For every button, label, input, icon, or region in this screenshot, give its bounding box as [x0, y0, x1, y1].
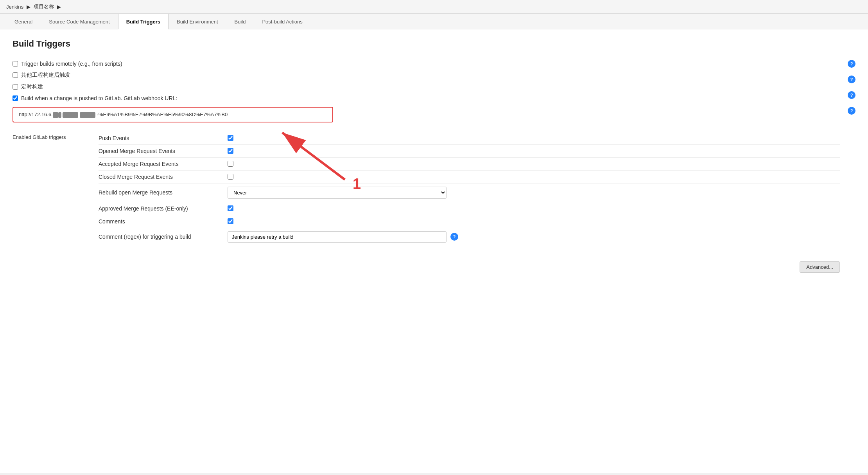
- trigger-row-comments: Comments: [99, 215, 840, 228]
- trigger-row-opened-merge: Opened Merge Request Events: [99, 145, 840, 158]
- trigger-comment-regex-label: Comment (regex) for triggering a build: [99, 234, 224, 240]
- checkbox-remote-label: Trigger builds remotely (e.g., from scri…: [21, 61, 122, 67]
- breadcrumb-project[interactable]: 项目名称: [34, 3, 54, 10]
- tab-post-build[interactable]: Post-build Actions: [254, 14, 310, 29]
- breadcrumb-bar: Jenkins ▶ 项目名称 ▶: [0, 0, 868, 14]
- webhook-url-box: http://172.16.6. -%E9%A1%B9%E7%9B%AE%E5%…: [13, 107, 333, 122]
- comment-regex-input[interactable]: [228, 231, 447, 243]
- tab-bar: General Source Code Management Build Tri…: [0, 14, 868, 29]
- checkbox-timed-label: 定时构建: [21, 83, 43, 90]
- webhook-url-text: http://172.16.6. -%E9%A1%B9%E7%9B%AE%E5%…: [19, 112, 228, 117]
- checkbox-timed[interactable]: [13, 84, 18, 90]
- tab-general[interactable]: General: [6, 14, 41, 29]
- checkbox-row-remote: Trigger builds remotely (e.g., from scri…: [13, 58, 840, 69]
- comment-regex-help-icon[interactable]: ?: [450, 233, 458, 241]
- trigger-comments-label: Comments: [99, 218, 224, 225]
- trigger-row-closed-merge: Closed Merge Request Events: [99, 171, 840, 184]
- checkbox-push-events[interactable]: [228, 135, 233, 141]
- help-icon-2[interactable]: ?: [848, 76, 855, 83]
- main-content: Build Triggers Trigger builds remotely (…: [0, 29, 868, 473]
- trigger-row-rebuild: Rebuild open Merge Requests Never On pus…: [99, 184, 840, 202]
- checkbox-remote[interactable]: [13, 61, 18, 67]
- advanced-button[interactable]: Advanced...: [800, 261, 840, 273]
- breadcrumb-separator-1: ▶: [27, 4, 30, 10]
- checkbox-gitlab-label: Build when a change is pushed to GitLab.…: [21, 95, 177, 101]
- trigger-approved-merge-label: Approved Merge Requests (EE-only): [99, 205, 224, 212]
- checkbox-other-project[interactable]: [13, 72, 18, 78]
- trigger-row-comment-regex: Comment (regex) for triggering a build ?: [99, 228, 840, 246]
- help-icons-column: ? ? ? ?: [840, 58, 855, 115]
- tab-build[interactable]: Build: [226, 14, 254, 29]
- trigger-accepted-merge-label: Accepted Merge Request Events: [99, 161, 224, 167]
- checkbox-comments[interactable]: [228, 218, 233, 224]
- checkbox-opened-merge[interactable]: [228, 148, 233, 154]
- checkbox-row-timed: 定时构建: [13, 81, 840, 93]
- tab-source-code[interactable]: Source Code Management: [41, 14, 118, 29]
- rebuild-select[interactable]: Never On push to source branch On push t…: [228, 187, 447, 199]
- trigger-opened-merge-label: Opened Merge Request Events: [99, 148, 224, 154]
- breadcrumb-separator-2: ▶: [57, 4, 61, 10]
- tab-build-triggers[interactable]: Build Triggers: [118, 14, 169, 29]
- page-title: Build Triggers: [13, 39, 855, 49]
- enabled-gitlab-triggers-section: Enabled GitLab triggers Push Events Open…: [13, 132, 840, 246]
- checkbox-accepted-merge[interactable]: [228, 161, 233, 167]
- checkbox-closed-merge[interactable]: [228, 174, 233, 180]
- trigger-row-push: Push Events: [99, 132, 840, 145]
- checkbox-row-gitlab: Build when a change is pushed to GitLab.…: [13, 93, 840, 104]
- checkbox-row-other-project: 其他工程构建后触发: [13, 69, 840, 81]
- breadcrumb-jenkins[interactable]: Jenkins: [6, 4, 23, 10]
- tab-build-environment[interactable]: Build Environment: [169, 14, 226, 29]
- trigger-row-approved-merge: Approved Merge Requests (EE-only): [99, 202, 840, 215]
- checkbox-approved-merge[interactable]: [228, 205, 233, 211]
- help-icon-3[interactable]: ?: [848, 91, 855, 99]
- enabled-gitlab-triggers-label: Enabled GitLab triggers: [13, 132, 99, 140]
- trigger-push-label: Push Events: [99, 135, 224, 141]
- trigger-row-accepted-merge: Accepted Merge Request Events: [99, 158, 840, 171]
- checkbox-other-project-label: 其他工程构建后触发: [21, 72, 70, 79]
- trigger-rebuild-label: Rebuild open Merge Requests: [99, 189, 224, 196]
- help-icon-1[interactable]: ?: [848, 60, 855, 68]
- triggers-options: Push Events Opened Merge Request Events …: [99, 132, 840, 246]
- checkbox-gitlab[interactable]: [13, 95, 18, 101]
- trigger-checkboxes-section: Trigger builds remotely (e.g., from scri…: [13, 58, 855, 273]
- trigger-closed-merge-label: Closed Merge Request Events: [99, 174, 224, 180]
- help-icon-4[interactable]: ?: [848, 107, 855, 115]
